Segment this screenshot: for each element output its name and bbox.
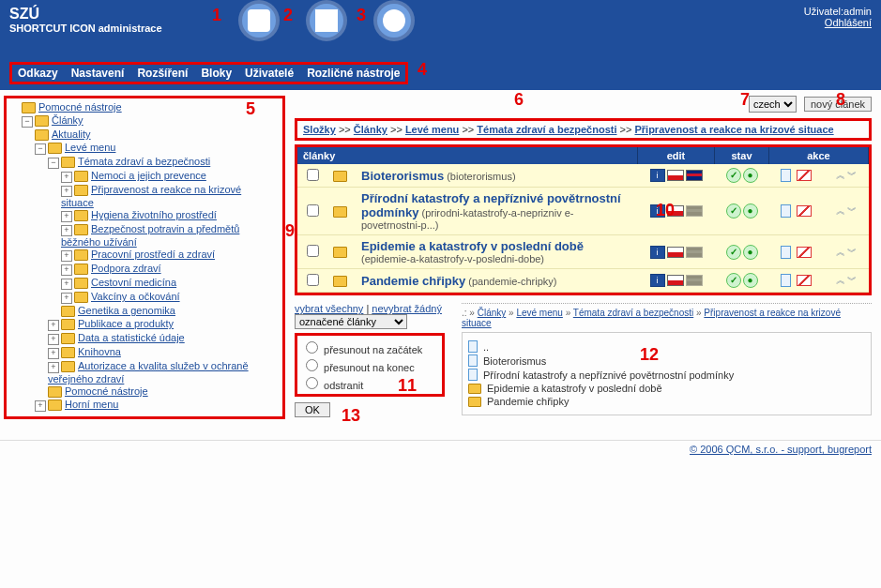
expand-icon[interactable]: + <box>61 172 72 183</box>
bc2-item[interactable]: Témata zdraví a bezpečnosti <box>573 308 693 318</box>
delete-icon[interactable] <box>797 247 812 258</box>
tree-aktuality[interactable]: Aktuality <box>52 128 91 140</box>
select-none-link[interactable]: nevybrat žádný <box>372 303 442 314</box>
bc-item[interactable]: Připravenost a reakce na krizové situace <box>634 124 833 135</box>
move-down-icon[interactable]: ︾ <box>847 204 857 218</box>
menu-rozsireni[interactable]: Rozšíření <box>137 67 188 80</box>
tree-clanky[interactable]: Články <box>52 114 84 126</box>
tree-hygiena[interactable]: Hygiena životního prostředí <box>91 209 217 220</box>
info-icon[interactable]: i <box>650 274 665 287</box>
flag-cz-icon[interactable] <box>667 170 684 181</box>
bulk-delete[interactable] <box>306 377 318 389</box>
move-up-icon[interactable]: ︽ <box>836 204 845 218</box>
bulk-move-end[interactable] <box>306 359 318 371</box>
page-icon[interactable] <box>781 274 791 287</box>
row-checkbox[interactable] <box>307 245 319 257</box>
expand-icon[interactable]: + <box>61 250 72 262</box>
page-icon[interactable] <box>781 169 791 182</box>
bc-item[interactable]: Levé menu <box>405 124 459 135</box>
collapse-icon[interactable]: − <box>22 116 33 128</box>
list-item[interactable]: Pandemie chřipky <box>468 396 865 407</box>
bc-item[interactable]: Složky <box>303 124 336 135</box>
expand-icon[interactable]: + <box>61 211 72 222</box>
logout-link[interactable]: Odhlášení <box>825 17 872 28</box>
tree-levemenu[interactable]: Levé menu <box>65 142 115 153</box>
expand-icon[interactable]: + <box>48 334 59 345</box>
ok-button[interactable]: OK <box>295 402 330 417</box>
bc-item[interactable]: Články <box>354 124 387 135</box>
row-checkbox[interactable] <box>307 274 319 286</box>
status-visible-icon[interactable]: ● <box>743 204 758 219</box>
move-down-icon[interactable]: ︾ <box>847 274 857 287</box>
tree-horni[interactable]: Horní menu <box>65 399 118 410</box>
tree-knihovna[interactable]: Knihovna <box>78 346 121 357</box>
status-active-icon[interactable]: ✓ <box>726 273 741 288</box>
tree-autorizace[interactable]: Autorizace a kvalita služeb v ochraně ve… <box>48 360 249 384</box>
tree-pn2[interactable]: Pomocné nástroje <box>65 385 148 397</box>
bc2-item[interactable]: Levé menu <box>516 308 562 318</box>
expand-icon[interactable]: + <box>61 264 72 276</box>
bulk-move-start[interactable] <box>306 341 318 354</box>
delete-icon[interactable] <box>797 205 812 217</box>
menu-nastaveni[interactable]: Nastavení <box>71 67 125 80</box>
move-up-icon[interactable]: ︽ <box>836 246 845 259</box>
tree-vakciny[interactable]: Vakcíny a očkování <box>91 291 180 302</box>
expand-icon[interactable]: + <box>48 320 59 331</box>
row-checkbox[interactable] <box>307 169 319 181</box>
move-down-icon[interactable]: ︾ <box>847 169 857 182</box>
tree-nemoci[interactable]: Nemoci a jejich prevence <box>91 170 206 181</box>
article-title[interactable]: Bioterorismus <box>361 169 444 183</box>
article-title[interactable]: Pandemie chřipky <box>361 274 465 288</box>
menu-bloky[interactable]: Bloky <box>201 67 232 80</box>
collapse-icon[interactable]: − <box>48 158 59 169</box>
bulk-mode-select[interactable]: označené články <box>295 314 407 329</box>
move-up-icon[interactable]: ︽ <box>836 169 845 182</box>
page-icon[interactable] <box>781 204 791 218</box>
footer-link[interactable]: © 2006 QCM, s.r.o. - support, bugreport <box>690 444 872 455</box>
tree-podpora[interactable]: Podpora zdraví <box>91 263 161 274</box>
expand-icon[interactable]: + <box>48 348 59 359</box>
status-active-icon[interactable]: ✓ <box>726 204 741 219</box>
list-item[interactable]: Epidemie a katastrofy v poslední době <box>468 383 865 394</box>
menu-odkazy[interactable]: Odkazy <box>18 67 58 80</box>
expand-icon[interactable]: + <box>61 279 72 290</box>
move-up-icon[interactable]: ︽ <box>836 274 845 287</box>
flag-en-icon[interactable] <box>686 205 703 217</box>
flag-en-icon[interactable] <box>686 247 703 258</box>
bc2-item[interactable]: Články <box>478 308 507 318</box>
lang-select[interactable]: czech <box>749 96 797 113</box>
status-active-icon[interactable]: ✓ <box>726 245 741 260</box>
info-icon[interactable]: i <box>650 169 665 182</box>
menu-nastroje[interactable]: Rozličné nástroje <box>307 67 400 80</box>
expand-icon[interactable]: + <box>61 293 72 304</box>
row-checkbox[interactable] <box>307 204 319 217</box>
list-item[interactable]: Přírodní katastrofy a nepříznivé povětrn… <box>468 369 865 381</box>
users-icon[interactable] <box>377 4 411 38</box>
status-visible-icon[interactable]: ● <box>743 273 758 288</box>
collapse-icon[interactable]: − <box>35 143 46 155</box>
move-down-icon[interactable]: ︾ <box>847 246 857 259</box>
delete-icon[interactable] <box>797 170 812 181</box>
expand-icon[interactable]: + <box>35 400 46 412</box>
article-title[interactable]: Epidemie a katastrofy v poslední době <box>361 239 584 253</box>
tree-pracovni[interactable]: Pracovní prostředí a zdraví <box>91 249 215 260</box>
page-icon[interactable] <box>781 246 791 259</box>
menu-uzivatele[interactable]: Uživatelé <box>245 67 294 80</box>
flag-en-icon[interactable] <box>686 170 703 181</box>
tree-cestovni[interactable]: Cestovní medicína <box>91 277 176 288</box>
status-visible-icon[interactable]: ● <box>743 245 758 260</box>
status-active-icon[interactable]: ✓ <box>726 168 741 183</box>
stats-icon[interactable] <box>310 4 343 38</box>
delete-icon[interactable] <box>797 275 812 286</box>
bc-item[interactable]: Témata zdraví a bezpečnosti <box>477 124 616 135</box>
flag-cz-icon[interactable] <box>667 275 684 286</box>
preview-up[interactable]: .. <box>483 341 489 353</box>
tree-genetika[interactable]: Genetika a genomika <box>78 305 175 316</box>
list-item[interactable]: Bioterorismus <box>468 354 865 367</box>
status-visible-icon[interactable]: ● <box>743 168 758 183</box>
tree-tema[interactable]: Témata zdraví a bezpečnosti <box>78 156 210 167</box>
flag-cz-icon[interactable] <box>667 247 684 258</box>
expand-icon[interactable]: + <box>61 225 72 236</box>
expand-icon[interactable]: + <box>48 362 59 373</box>
document-icon[interactable] <box>242 4 276 38</box>
